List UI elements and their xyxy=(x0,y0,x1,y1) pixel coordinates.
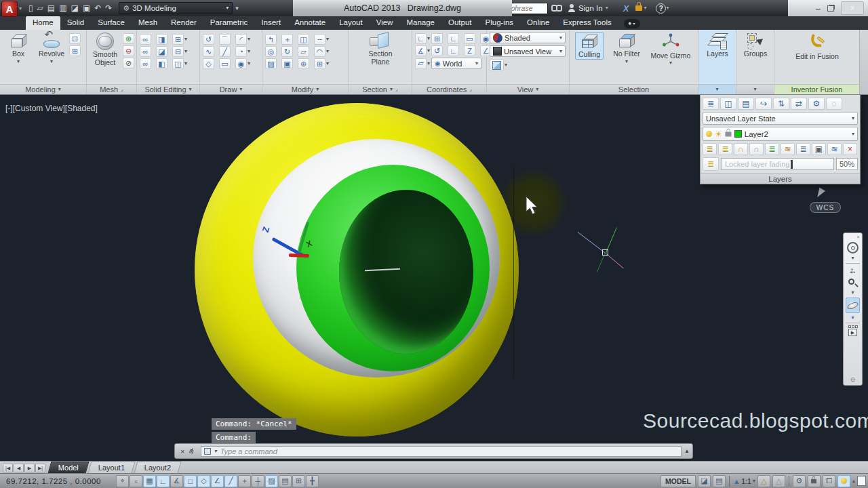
layer-delete-icon[interactable]: × xyxy=(843,143,857,155)
chevron-down-icon[interactable]: ▾ xyxy=(851,290,854,296)
panel-label-solid-editing[interactable]: Solid Editing▾ xyxy=(137,84,199,94)
object-snap-tracking-icon[interactable]: ╱ xyxy=(224,475,237,487)
clean-screen-button[interactable] xyxy=(857,476,866,486)
layer-thaw-icon[interactable]: ≣ xyxy=(765,143,779,155)
layer-unlock-icon[interactable] xyxy=(725,131,731,136)
3d-object-snap-icon[interactable]: ◇ xyxy=(197,475,210,487)
ucs-previous-icon[interactable]: ↺ xyxy=(431,45,443,56)
tab-model[interactable]: Model xyxy=(48,462,90,473)
command-input[interactable]: ▾ Type a command xyxy=(201,446,682,457)
layers-flyout-footer[interactable]: Layers xyxy=(701,173,860,184)
layer-isolate-icon[interactable]: ≣ xyxy=(718,143,732,155)
named-view-dropdown[interactable]: Unsaved View ▾ xyxy=(490,45,566,57)
separate-icon[interactable]: ◫ xyxy=(172,58,184,69)
tab-annotate[interactable]: Annotate xyxy=(288,16,332,30)
make-current-icon[interactable]: ▤ xyxy=(738,98,754,110)
layer-lock-icon[interactable]: ∩ xyxy=(734,143,748,155)
ortho-mode-icon[interactable]: ∟ xyxy=(157,475,170,487)
annotation-scale-button[interactable]: ▲ 1:1 ▾ xyxy=(733,477,755,485)
minimize-button[interactable]: – xyxy=(816,3,821,14)
dynamic-input-icon[interactable]: ┼ xyxy=(252,475,264,487)
layers-panel-expander[interactable]: ▾ xyxy=(698,84,736,94)
chevron-up-icon[interactable]: ▴ xyxy=(852,479,855,484)
move-gizmo-button[interactable]: Move Gizmo▾ xyxy=(650,32,692,66)
quick-view-layouts-icon[interactable]: ◪ xyxy=(698,475,711,487)
erase-icon[interactable]: ╌ xyxy=(314,34,326,45)
layer-walk-icon[interactable]: ≋ xyxy=(781,143,795,155)
quick-properties-icon[interactable]: ⊞ xyxy=(292,475,305,487)
tab-express-tools[interactable]: Express Tools xyxy=(556,16,618,30)
selection-cycling-icon[interactable]: ╋ xyxy=(306,475,319,487)
trim-icon[interactable]: ▨ xyxy=(265,58,277,69)
fading-value[interactable]: 50% xyxy=(836,158,858,170)
chevron-down-icon[interactable]: ▾ xyxy=(248,49,250,54)
chevron-down-icon[interactable]: ▾ xyxy=(184,61,187,66)
copy-icon[interactable]: ＋ xyxy=(281,34,293,45)
infer-constraints-icon[interactable]: ⌖ xyxy=(116,475,129,487)
app-menu-button[interactable]: A ▾ xyxy=(1,0,24,18)
hardware-acceleration-icon[interactable]: ⧠ xyxy=(823,475,835,487)
prev-layout-button[interactable]: ◀ xyxy=(14,464,24,472)
scale-icon[interactable]: ▣ xyxy=(281,58,293,69)
array-icon[interactable]: ⊕ xyxy=(298,58,309,69)
plot-preview-icon[interactable]: ◪ xyxy=(71,3,79,13)
smooth-less-icon[interactable]: ⊖ xyxy=(123,45,134,56)
edit-in-fusion-button[interactable]: Edit in Fusion xyxy=(790,32,844,60)
polar-tracking-icon[interactable]: ∡ xyxy=(170,475,183,487)
chevron-down-icon[interactable]: ▾ xyxy=(326,37,329,42)
ucs-y-icon[interactable]: ∟ xyxy=(448,45,459,56)
layer-copy-objects-icon[interactable]: ≋ xyxy=(827,143,842,155)
last-layout-button[interactable]: ▶| xyxy=(35,464,45,472)
search-icon[interactable] xyxy=(551,5,562,12)
polyline-icon[interactable]: ↺ xyxy=(203,34,214,45)
object-snap-icon[interactable]: □ xyxy=(184,475,197,487)
chevron-down-icon[interactable]: ▾ xyxy=(505,62,507,68)
panel-label-modeling[interactable]: Modeling▾ xyxy=(0,84,86,94)
ucs-object-icon[interactable]: ∟ xyxy=(448,33,459,44)
layer-properties-icon[interactable]: ≣ xyxy=(703,98,719,110)
panel-label-draw[interactable]: Draw▾ xyxy=(200,84,262,94)
autoscale-icon[interactable]: △ xyxy=(772,475,785,487)
tab-surface[interactable]: Surface xyxy=(91,16,132,30)
chevron-down-icon[interactable]: ▾ xyxy=(427,61,430,66)
new-file-icon[interactable]: ▯ xyxy=(28,3,33,13)
no-filter-button[interactable]: No Filter▾ xyxy=(610,32,643,64)
tab-mesh[interactable]: Mesh xyxy=(132,16,164,30)
isolate-objects-icon[interactable] xyxy=(837,475,850,487)
move-icon[interactable]: ↰ xyxy=(265,34,277,45)
locked-layer-fading-toggle[interactable]: ≣ xyxy=(703,157,719,171)
tab-layout[interactable]: Layout xyxy=(332,16,370,30)
angle-icon[interactable]: ∠ xyxy=(211,475,224,487)
layer-previous-icon[interactable]: ⇅ xyxy=(773,98,789,110)
smooth-more-icon[interactable]: ⊕ xyxy=(123,33,134,44)
chevron-down-icon[interactable]: ▾ xyxy=(427,36,430,41)
rectangle-icon[interactable]: ▭ xyxy=(219,58,231,69)
layer-color-swatch[interactable] xyxy=(734,130,742,138)
workspace-switching-icon[interactable]: ⚙ xyxy=(793,475,806,487)
ucs-named-icon[interactable]: ▱ xyxy=(415,58,427,69)
ucs-world-dropdown[interactable]: ◉ World ▾ xyxy=(431,58,481,69)
rotate-icon[interactable]: ↻ xyxy=(281,46,293,57)
ucs-z-icon[interactable]: Z xyxy=(464,45,475,56)
arc-icon[interactable]: ◜ xyxy=(235,34,247,45)
workspace-switcher[interactable]: ⚙ 3D Modeling ▾ xyxy=(119,2,233,14)
panel-label-coordinates[interactable]: Coordinates⌟ xyxy=(412,84,486,94)
tab-manage[interactable]: Manage xyxy=(399,16,441,30)
mirror-icon[interactable]: ▱ xyxy=(298,46,309,57)
grid-display-icon[interactable]: ▦ xyxy=(143,475,156,487)
print-icon[interactable]: ▣ xyxy=(83,3,90,13)
showmotion-button[interactable]: ▶ xyxy=(848,325,858,336)
save-as-icon[interactable]: ▥ xyxy=(59,3,66,13)
chevron-down-icon[interactable]: ▾ xyxy=(326,61,329,66)
snap-mode-icon[interactable]: ▫ xyxy=(130,475,142,487)
redo-icon[interactable]: ↷ xyxy=(105,3,112,13)
imprint-icon[interactable]: ⊟ xyxy=(172,46,184,57)
quick-view-drawings-icon[interactable]: ▤ xyxy=(713,475,726,487)
updates-button[interactable]: ▾ xyxy=(635,5,646,11)
layer-fade-icon[interactable]: ◌ xyxy=(826,98,842,110)
viewport-controls-label[interactable]: [-][Custom View][Shaded] xyxy=(5,104,98,113)
layer-on-bulb-icon[interactable] xyxy=(706,131,712,137)
polygon-icon[interactable]: ◇ xyxy=(203,58,214,69)
intersect-icon[interactable]: ∞ xyxy=(140,58,151,69)
extrude-faces-icon[interactable]: ◨ xyxy=(156,34,167,45)
